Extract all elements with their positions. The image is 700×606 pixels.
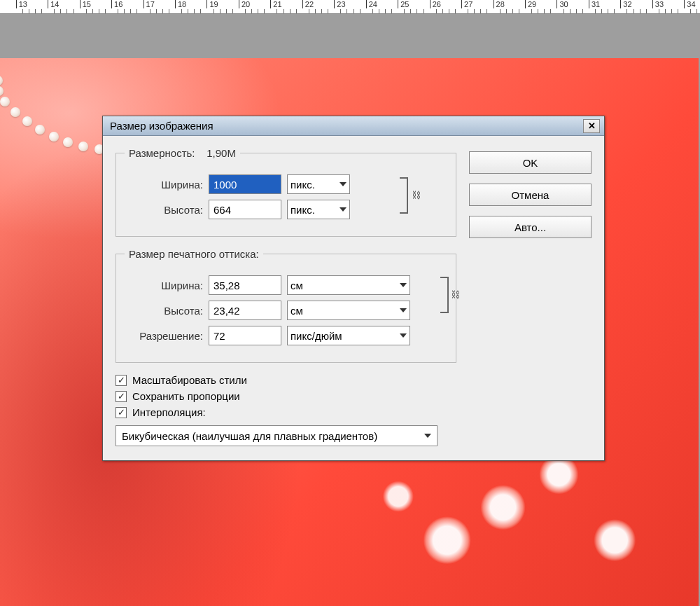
resolution-unit-select[interactable]: пикс/дюйм (287, 326, 410, 345)
link-bracket (400, 177, 408, 214)
constrain-label: Сохранить пропорции (132, 390, 240, 402)
px-height-unit-select[interactable]: пикс. (287, 200, 350, 219)
chevron-down-icon (400, 308, 407, 312)
auto-button[interactable]: Авто... (469, 216, 592, 238)
image-size-dialog: Размер изображения ✕ Размерность: 1,90M … (102, 116, 605, 461)
chevron-down-icon (340, 207, 346, 212)
close-icon: ✕ (588, 120, 596, 131)
resample-checkbox[interactable] (115, 407, 127, 418)
interpolation-select[interactable]: Бикубическая (наилучшая для плавных град… (115, 425, 438, 446)
resample-label: Интерполяция: (132, 406, 206, 418)
pixel-dim-legend: Размерность: (129, 147, 195, 159)
close-button[interactable]: ✕ (583, 119, 600, 133)
resolution-unit: пикс/дюйм (290, 330, 342, 342)
doc-width-input[interactable] (209, 275, 281, 295)
dialog-titlebar[interactable]: Размер изображения ✕ (103, 116, 604, 136)
doc-height-input[interactable] (209, 301, 281, 320)
doc-width-unit: см (290, 280, 303, 291)
cancel-button[interactable]: Отмена (469, 184, 592, 206)
chevron-down-icon (400, 333, 407, 338)
link-icon[interactable]: ⛓ (412, 190, 421, 200)
resolution-label: Разрешение: (125, 330, 203, 342)
doc-height-unit: см (290, 305, 303, 317)
doc-height-unit-select[interactable]: см (287, 301, 410, 320)
link-bracket (440, 277, 449, 313)
pixel-dimensions-group: Размерность: 1,90M Ширина: пикс. Высота: (115, 147, 456, 237)
doc-size-legend: Размер печатного оттиска: (125, 248, 263, 260)
chevron-down-icon (400, 283, 407, 287)
px-width-label: Ширина: (125, 179, 203, 191)
px-height-label: Высота: (125, 204, 203, 216)
ruler: 1314151617181920212223242526272829303132… (0, 0, 700, 14)
doc-width-unit-select[interactable]: см (287, 275, 410, 295)
scale-styles-checkbox[interactable] (115, 375, 127, 386)
constrain-checkbox[interactable] (115, 391, 127, 402)
link-icon[interactable]: ⛓ (451, 289, 460, 300)
px-width-unit-select[interactable]: пикс. (287, 174, 350, 194)
pixel-dim-size: 1,90M (206, 147, 236, 159)
px-width-input[interactable] (209, 174, 281, 194)
px-height-input[interactable] (209, 200, 281, 219)
interpolation-value: Бикубическая (наилучшая для плавных град… (122, 430, 377, 442)
document-size-group: Размер печатного оттиска: Ширина: см Выс… (115, 248, 456, 363)
doc-width-label: Ширина: (125, 280, 203, 291)
chevron-down-icon (340, 182, 346, 186)
px-height-unit: пикс. (290, 204, 315, 216)
doc-height-label: Высота: (125, 305, 203, 317)
scale-styles-label: Масштабировать стили (132, 374, 247, 386)
chevron-down-icon (424, 434, 431, 438)
ok-button[interactable]: OK (469, 151, 592, 174)
dialog-title: Размер изображения (110, 120, 583, 132)
px-width-unit: пикс. (290, 179, 315, 191)
resolution-input[interactable] (209, 326, 281, 345)
